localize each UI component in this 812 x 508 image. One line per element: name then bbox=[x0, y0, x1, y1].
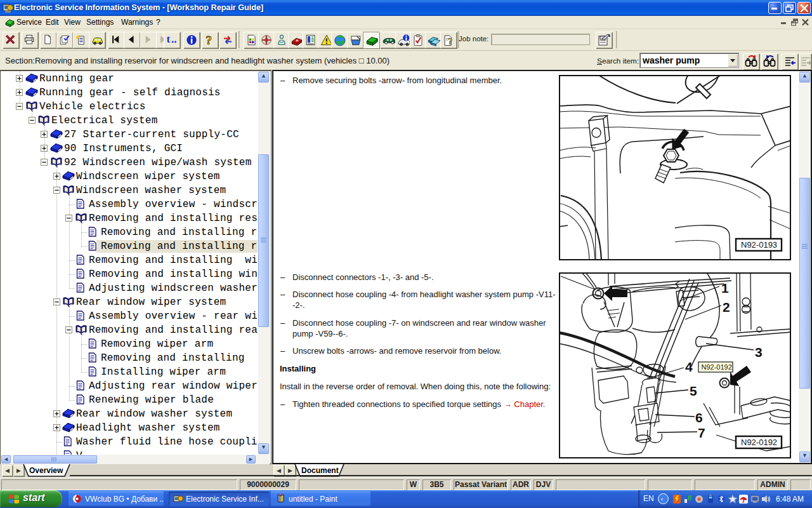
svg-text:?: ? bbox=[206, 34, 212, 46]
svg-text:?: ? bbox=[448, 36, 452, 46]
svg-text:t: t bbox=[167, 34, 171, 46]
